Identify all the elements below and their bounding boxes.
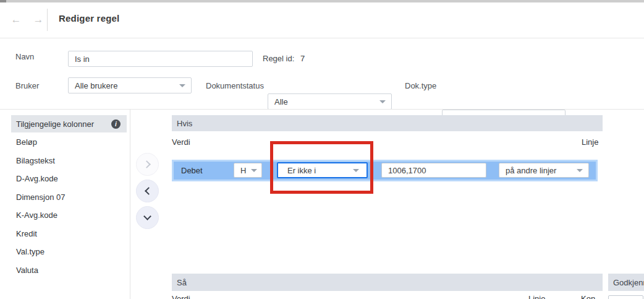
caret-down-icon [379,100,386,103]
saa-linje-column-header: Linje [528,294,545,299]
name-input-field[interactable] [69,51,252,66]
info-icon[interactable]: i [111,119,121,129]
name-label: Navn [15,52,34,61]
caret-down-icon [353,169,359,172]
sidebar-divider [130,110,130,299]
available-columns-header: Tilgjengelige kolonner i [11,115,127,132]
side-select[interactable]: H [234,163,262,178]
chevron-right-icon [143,160,151,168]
saa-verdi-column-header: Verdi [172,294,190,299]
condition-field-label: Debet [181,162,203,180]
rule-id-value: 7 [300,54,305,63]
hvis-header-label: Hvis [177,119,192,128]
rule-condition-row[interactable]: Debet H Er ikke i 1006,1700 på andre lin… [172,160,598,181]
available-columns-label: Tilgjengelige kolonner [16,119,94,129]
godkjenn-section-header: Godkjenn [608,274,644,291]
user-select-value: Alle brukere [75,81,117,90]
sidebar-item-dimensjon07[interactable]: Dimensjon 07 [16,193,66,202]
caret-down-icon [251,169,257,172]
doktype-label: Dok.type [405,81,436,90]
header-divider [47,9,48,31]
sidebar-item-belop[interactable]: Beløp [16,137,37,147]
move-left-button[interactable] [136,180,159,202]
chevron-down-icon [143,212,151,220]
back-arrow-icon: ← [11,14,22,26]
forward-arrow-icon: → [33,14,44,26]
app-window: ← → Rediger regel Navn Regel id: 7 Bruke… [0,0,644,299]
caret-down-icon [577,169,583,172]
side-select-value: H [240,166,246,175]
user-select[interactable]: Alle brukere [68,77,192,93]
operator-select-value: Er ikke i [287,166,316,175]
hvis-section-header: Hvis [172,115,603,131]
name-input[interactable] [68,51,253,67]
scope-select-value: på andre linjer [506,166,556,175]
godkjenn-header-label: Godkjenn [613,278,644,287]
condition-value-text: 1006,1700 [388,166,426,175]
operator-select[interactable]: Er ikke i [277,162,368,178]
back-button[interactable]: ← [7,11,25,28]
sidebar-item-k-avg-kode[interactable]: K-Avg.kode [16,210,57,220]
docstatus-select[interactable]: Alle [268,93,392,110]
forward-button[interactable]: → [30,11,47,28]
condition-value-input[interactable]: 1006,1700 [381,163,486,178]
caret-down-icon [179,84,185,87]
sidebar-item-val-type[interactable]: Val.type [16,247,44,256]
hvis-linje-column-header: Linje [582,137,598,147]
sidebar-item-kredit[interactable]: Kredit [16,229,37,238]
sidebar-item-valuta[interactable]: Valuta [16,266,38,275]
user-label: Bruker [15,81,39,90]
scope-select[interactable]: på andre linjer [499,163,589,178]
move-right-button[interactable] [136,153,159,176]
hvis-verdi-column-header: Verdi [172,137,190,147]
saa-section-header: Så [172,274,603,291]
docstatus-label: Dokumentstatus [206,81,264,90]
godkjenn-field[interactable] [608,295,643,299]
page-title: Rediger regel [59,13,119,24]
move-down-button[interactable] [136,206,159,229]
sidebar-item-bilagstekst[interactable]: Bilagstekst [16,156,55,165]
saa-kon-column-header: Kon [581,294,595,299]
section-divider [0,109,644,110]
rule-id-label: Regel id: [263,54,294,63]
chevron-left-icon [145,187,153,195]
docstatus-select-value: Alle [274,97,288,106]
saa-header-label: Så [177,278,187,287]
sidebar-item-d-avg-kode[interactable]: D-Avg.kode [16,174,58,183]
